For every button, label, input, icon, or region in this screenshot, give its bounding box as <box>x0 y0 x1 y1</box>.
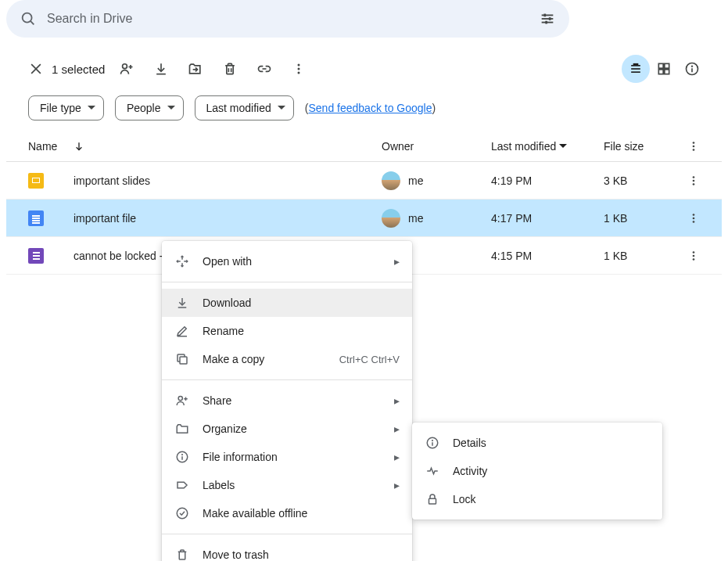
menu-organize[interactable]: Organize ▸ <box>162 415 412 443</box>
owner-name: me <box>408 212 423 225</box>
svg-rect-7 <box>545 21 547 24</box>
submenu-lock[interactable]: Lock <box>412 485 662 513</box>
table-row[interactable]: important slides me 4:19 PM 3 KB <box>6 162 722 200</box>
svg-point-58 <box>432 441 433 441</box>
svg-point-49 <box>178 396 182 400</box>
svg-point-37 <box>693 179 695 182</box>
svg-point-34 <box>693 146 695 148</box>
owner-name: me <box>408 174 423 187</box>
context-menu: Open with ▸ Download Rename Make a copy … <box>162 241 412 561</box>
close-selection-button[interactable] <box>22 55 50 83</box>
more-actions-button[interactable] <box>285 55 313 83</box>
label-icon <box>174 477 190 493</box>
submenu-arrow-icon: ▸ <box>394 479 400 491</box>
download-icon <box>174 295 190 311</box>
file-name: important file <box>74 212 136 225</box>
filter-row: File type People Last modified (Send fee… <box>6 91 722 131</box>
svg-point-42 <box>693 251 695 254</box>
menu-divider <box>162 534 412 534</box>
svg-point-41 <box>693 221 695 223</box>
submenu-arrow-icon: ▸ <box>394 255 400 268</box>
copy-icon <box>174 351 190 367</box>
list-view-button[interactable] <box>622 55 650 83</box>
svg-point-20 <box>298 72 300 74</box>
modified-cell: 4:15 PM <box>491 250 604 262</box>
svg-rect-6 <box>549 17 551 20</box>
svg-point-43 <box>693 254 695 257</box>
size-cell: 1 KB <box>604 250 682 262</box>
svg-point-18 <box>298 64 300 67</box>
column-owner[interactable]: Owner <box>382 140 491 153</box>
file-type-filter[interactable]: File type <box>28 95 104 120</box>
chip-label: Last modified <box>206 102 271 114</box>
menu-move-to-trash[interactable]: Move to trash <box>162 541 412 561</box>
svg-point-44 <box>693 258 695 261</box>
details-icon <box>425 435 440 451</box>
people-filter[interactable]: People <box>115 95 184 120</box>
grid-view-button[interactable] <box>650 55 678 83</box>
file-name: cannot be locked - <box>74 250 163 262</box>
menu-make-copy[interactable]: Make a copy Ctrl+C Ctrl+V <box>162 345 412 373</box>
svg-point-10 <box>123 64 127 69</box>
chip-label: People <box>127 102 161 114</box>
row-more-button[interactable] <box>682 174 705 188</box>
selection-toolbar: 1 selected <box>6 44 722 91</box>
search-options-icon[interactable] <box>532 3 563 34</box>
chevron-down-icon <box>278 106 285 110</box>
docs-icon <box>28 210 44 226</box>
svg-point-33 <box>693 142 695 144</box>
svg-rect-48 <box>180 357 187 364</box>
download-button[interactable] <box>147 55 175 83</box>
share-icon <box>174 393 190 408</box>
rename-icon <box>174 323 190 339</box>
chevron-down-icon <box>167 106 175 110</box>
submenu-details[interactable]: Details <box>412 429 662 457</box>
menu-download[interactable]: Download <box>162 289 412 317</box>
menu-open-with[interactable]: Open with ▸ <box>162 247 412 275</box>
svg-rect-59 <box>429 498 436 504</box>
forms-icon <box>28 248 44 264</box>
lock-icon <box>425 491 440 507</box>
menu-labels[interactable]: Labels ▸ <box>162 471 412 499</box>
avatar <box>382 209 400 228</box>
shortcut-text: Ctrl+C Ctrl+V <box>339 354 400 365</box>
link-button[interactable] <box>250 55 278 83</box>
last-modified-filter[interactable]: Last modified <box>195 95 294 120</box>
slides-icon <box>28 173 44 189</box>
svg-point-36 <box>693 176 695 178</box>
main-panel: 1 selected <box>6 44 722 275</box>
chevron-down-icon <box>559 144 567 149</box>
menu-rename[interactable]: Rename <box>162 317 412 345</box>
info-button[interactable] <box>678 55 706 83</box>
column-more[interactable] <box>682 139 705 153</box>
row-more-button[interactable] <box>682 249 705 263</box>
menu-file-information[interactable]: File information ▸ <box>162 443 412 471</box>
search-icon[interactable] <box>13 3 44 34</box>
svg-point-55 <box>177 508 188 519</box>
menu-share[interactable]: Share ▸ <box>162 387 412 415</box>
svg-point-19 <box>298 68 300 70</box>
table-row[interactable]: important file me 4:17 PM 1 KB <box>6 200 722 237</box>
svg-point-40 <box>693 217 695 219</box>
size-cell: 1 KB <box>604 212 682 225</box>
svg-point-54 <box>182 455 183 455</box>
svg-rect-25 <box>658 63 663 68</box>
menu-divider <box>162 282 412 282</box>
svg-rect-27 <box>658 70 663 74</box>
column-modified[interactable]: Last modified <box>491 140 604 153</box>
submenu-arrow-icon: ▸ <box>394 394 400 407</box>
move-button[interactable] <box>181 55 210 83</box>
menu-available-offline[interactable]: Make available offline <box>162 499 412 527</box>
delete-button[interactable] <box>216 55 244 83</box>
svg-rect-26 <box>665 63 669 68</box>
search-bar <box>6 0 569 38</box>
share-button[interactable] <box>113 55 141 83</box>
svg-rect-28 <box>665 70 669 74</box>
column-size[interactable]: File size <box>604 140 682 153</box>
feedback-link[interactable]: Send feedback to Google <box>308 102 432 114</box>
search-input[interactable] <box>44 12 532 26</box>
column-name[interactable]: Name <box>28 140 382 153</box>
row-more-button[interactable] <box>682 211 705 225</box>
submenu-activity[interactable]: Activity <box>412 457 662 485</box>
svg-point-39 <box>693 214 695 216</box>
